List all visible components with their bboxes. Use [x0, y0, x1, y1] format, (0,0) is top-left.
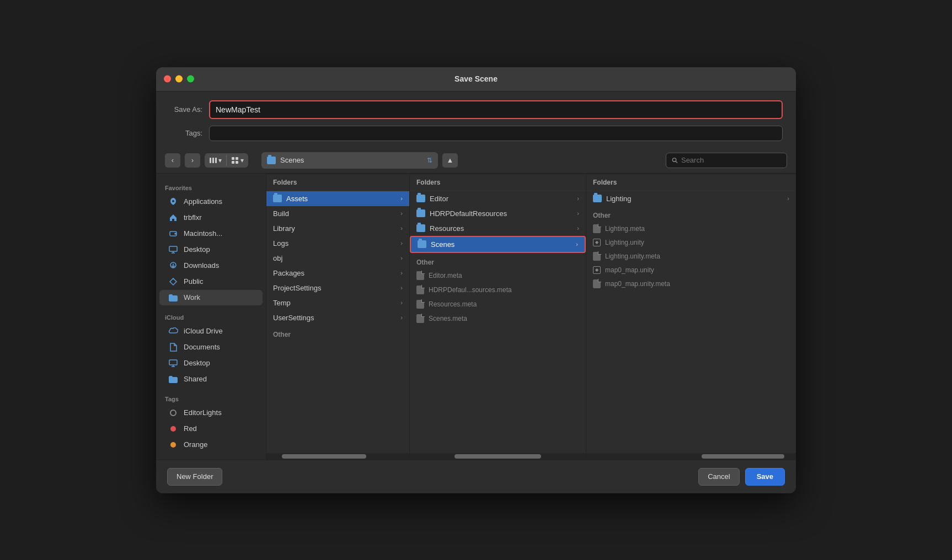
folder-assets[interactable]: Assets › [266, 191, 409, 206]
location-name: Scenes [280, 156, 422, 164]
file-icon [593, 224, 601, 233]
folder-obj[interactable]: obj › [266, 251, 409, 266]
sidebar-label-trbflxr: trbflxr [184, 213, 202, 222]
chevron-icon: › [400, 270, 403, 276]
file-icon [593, 252, 601, 261]
folder-packages[interactable]: Packages › [266, 266, 409, 281]
folder-scenes[interactable]: Scenes › [410, 236, 586, 253]
tag-label-red: Red [184, 424, 197, 433]
file-lighting-unity: ◆ Lighting.unity [586, 236, 796, 249]
download-icon [168, 261, 178, 271]
folder-editor-icon [416, 195, 425, 202]
title-bar: Save Scene [156, 67, 796, 91]
maximize-button[interactable] [187, 76, 194, 83]
home-icon [168, 213, 178, 223]
cancel-button[interactable]: Cancel [698, 468, 739, 486]
column-view-button[interactable]: ▾ [205, 153, 226, 168]
drive-icon [168, 229, 178, 239]
sidebar-item-icloud-drive[interactable]: iCloud Drive [159, 324, 263, 339]
sidebar-tag-editorlights[interactable]: EditorLights [159, 405, 263, 421]
sidebar-label-work: Work [184, 293, 200, 301]
sidebar-label-shared: Shared [184, 375, 207, 383]
pane3-scroll-thumb[interactable] [702, 454, 784, 459]
chevron-icon: › [400, 210, 403, 217]
file-lighting-unity-label: Lighting.unity [605, 239, 644, 246]
pane3-other-label: Other [586, 206, 796, 222]
rocket-icon [168, 197, 178, 207]
sidebar-label-macintosh: Macintosh... [184, 229, 222, 238]
sidebar-label-icloud-desktop: Desktop [184, 359, 210, 367]
pane2-content: Editor › HDRPDefaultResources › Resource… [410, 191, 586, 453]
folder-temp[interactable]: Temp › [266, 295, 409, 310]
sidebar-item-trbflxr[interactable]: trbflxr [159, 210, 263, 225]
folder-lighting-icon [593, 195, 602, 202]
doc-icon [168, 342, 178, 352]
svg-point-22 [170, 442, 176, 448]
folder-resources[interactable]: Resources › [410, 221, 586, 236]
desktop-icon [168, 245, 178, 255]
pane2-scrollbar[interactable] [410, 453, 586, 460]
minimize-button[interactable] [175, 76, 183, 83]
chevron-icon: › [400, 225, 403, 231]
save-as-input[interactable] [209, 100, 783, 119]
expand-button[interactable]: ▲ [442, 153, 458, 168]
folder-lighting-label: Lighting [606, 195, 632, 203]
save-button[interactable]: Save [745, 468, 785, 486]
folder-build[interactable]: Build › [266, 206, 409, 221]
pane2-scroll-thumb[interactable] [454, 454, 542, 459]
tag-circle-red [168, 424, 178, 434]
folder-projectsettings[interactable]: ProjectSettings › [266, 281, 409, 295]
sidebar-item-shared[interactable]: Shared [159, 371, 263, 387]
close-button[interactable] [164, 76, 171, 83]
pane3-scrollbar[interactable] [586, 453, 796, 460]
sidebar-item-downloads[interactable]: Downloads [159, 258, 263, 273]
svg-point-11 [175, 233, 176, 234]
file-icon [416, 271, 424, 280]
grid-view-button[interactable]: ▾ [227, 153, 248, 168]
file-map0-unity-meta-label: map0_map.unity.meta [605, 280, 670, 288]
sidebar-item-work[interactable]: Work [159, 290, 263, 305]
file-icon [416, 286, 424, 294]
sidebar-label-icloud-drive: iCloud Drive [184, 327, 223, 335]
search-input[interactable] [681, 156, 781, 164]
folder-logs[interactable]: Logs › [266, 236, 409, 251]
sidebar-item-macintosh[interactable]: Macintosh... [159, 226, 263, 241]
shared-folder-icon [168, 374, 178, 384]
forward-button[interactable]: › [185, 153, 200, 168]
back-button[interactable]: ‹ [165, 153, 180, 168]
sidebar-label-applications: Applications [184, 197, 222, 206]
folder-packages-label: Packages [273, 269, 304, 277]
sidebar-tag-red[interactable]: Red [159, 421, 263, 437]
unity-icon: ◆ [593, 266, 601, 274]
toolbar: ‹ › ▾ ▾ [156, 148, 796, 174]
file-icon [416, 314, 424, 323]
file-lighting-meta: Lighting.meta [586, 222, 796, 236]
sidebar: Favorites Applications trbflxr [156, 174, 266, 460]
folder-lighting[interactable]: Lighting › [586, 191, 796, 206]
folder-build-label: Build [273, 209, 289, 218]
sidebar-label-downloads: Downloads [184, 261, 219, 270]
tag-circle-editorlights [168, 408, 178, 418]
tags-input[interactable] [209, 126, 783, 141]
sidebar-item-icloud-desktop[interactable]: Desktop [159, 356, 263, 371]
sidebar-item-public[interactable]: Public [159, 274, 263, 289]
folder-hdrp[interactable]: HDRPDefaultResources › [410, 206, 586, 221]
folder-library[interactable]: Library › [266, 221, 409, 236]
pane1-scroll-thumb[interactable] [282, 454, 366, 459]
svg-point-20 [170, 410, 176, 416]
traffic-lights [164, 76, 194, 83]
pane1-scrollbar[interactable] [266, 453, 409, 460]
location-dropdown[interactable]: Scenes ⇅ [261, 152, 438, 169]
folder-usersettings[interactable]: UserSettings › [266, 310, 409, 325]
sidebar-item-desktop[interactable]: Desktop [159, 242, 263, 257]
chevron-icon: › [400, 314, 403, 321]
diamond-icon [168, 277, 178, 287]
sidebar-item-documents[interactable]: Documents [159, 340, 263, 355]
folder-projectsettings-label: ProjectSettings [273, 284, 321, 292]
sidebar-item-applications[interactable]: Applications [159, 194, 263, 209]
svg-point-9 [172, 200, 174, 202]
sidebar-tag-orange[interactable]: Orange [159, 437, 263, 453]
new-folder-button[interactable]: New Folder [167, 468, 222, 486]
file-browser: Folders Assets › Build › Library › [266, 174, 796, 460]
folder-editor[interactable]: Editor › [410, 191, 586, 206]
